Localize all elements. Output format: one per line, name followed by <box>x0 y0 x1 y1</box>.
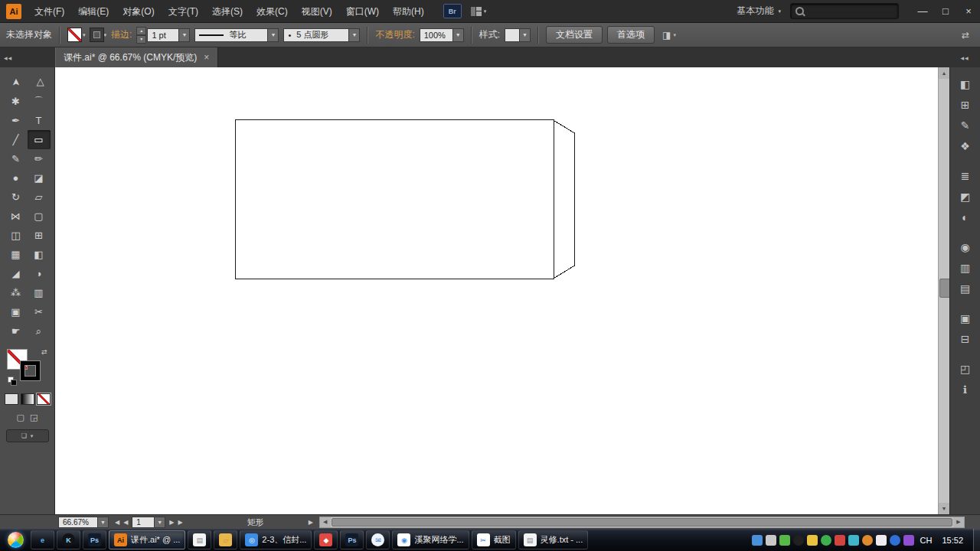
workspace-switcher[interactable]: 基本功能 ▾ <box>727 5 790 18</box>
style-swatch[interactable] <box>505 28 520 42</box>
width-profile-dropdown[interactable]: 等比 ▼ <box>194 28 279 42</box>
color-button[interactable] <box>5 393 18 405</box>
preferences-button[interactable]: 首选项 <box>607 26 655 44</box>
menu-edit[interactable]: 编辑(E) <box>71 0 116 23</box>
arrange-documents-button[interactable]: ▾ <box>471 7 487 16</box>
lasso-tool[interactable]: ⌒ <box>28 92 51 111</box>
artboard-number-combo[interactable]: 1 ▼ <box>132 517 165 528</box>
layers-panel-icon[interactable]: ▤ <box>954 279 977 298</box>
mesh-tool[interactable]: ▦ <box>5 245 28 264</box>
previous-artboard-button[interactable]: ◀ <box>123 519 128 526</box>
control-panel-menu-icon[interactable]: ⇄ <box>957 30 974 41</box>
tray-icon-8[interactable] <box>848 535 859 546</box>
paintbrush-tool[interactable]: ✎ <box>5 149 28 168</box>
zoom-dropdown-button[interactable]: ▼ <box>98 517 109 528</box>
shape-builder-tool[interactable]: ◫ <box>5 226 28 245</box>
width-profile-value[interactable]: 等比 <box>194 28 268 42</box>
scale-tool[interactable]: ▱ <box>28 187 51 207</box>
tab-close-icon[interactable]: × <box>204 52 209 63</box>
taskbar-explorer[interactable]: ▱ <box>214 530 237 549</box>
search-input[interactable] <box>808 6 893 17</box>
draw-normal-icon[interactable]: ▢ <box>17 412 24 422</box>
gradient-tool[interactable]: ◧ <box>28 245 51 264</box>
zoom-tool[interactable]: ⌕ <box>28 321 51 341</box>
spin-down-icon[interactable]: ▾ <box>136 35 146 44</box>
taskbar-illustrator[interactable]: Ai 课件.ai* @ ... <box>109 530 185 549</box>
stroke-weight-stepper[interactable]: ▴ ▾ <box>136 27 146 44</box>
column-graph-tool[interactable]: ▥ <box>28 283 51 302</box>
dock-collapse-icon[interactable]: ◀◀ <box>949 47 980 67</box>
brushes-panel-icon[interactable]: ✎ <box>954 116 977 135</box>
tray-icon-2[interactable] <box>766 535 776 546</box>
vertical-scrollbar[interactable]: ▲ ▼ <box>938 67 949 514</box>
tray-icon-9[interactable] <box>862 535 873 546</box>
pathfinder-panel-icon[interactable]: ◰ <box>954 359 977 378</box>
taskbar-clock[interactable]: 15:52 <box>938 536 970 545</box>
start-button[interactable] <box>2 530 28 550</box>
graphic-styles-panel-icon[interactable]: ▥ <box>954 258 977 277</box>
minimize-button[interactable]: — <box>911 0 934 22</box>
info-panel-icon[interactable]: ℹ <box>954 380 977 399</box>
pen-tool[interactable]: ✒ <box>5 111 28 130</box>
menu-window[interactable]: 窗口(W) <box>339 0 386 23</box>
menu-file[interactable]: 文件(F) <box>28 0 71 23</box>
tray-icon-5[interactable] <box>807 535 818 546</box>
align-panel-icon[interactable]: ⊟ <box>954 329 977 348</box>
document-tab[interactable]: 课件.ai* @ 66.67% (CMYK/预览) × <box>55 47 218 67</box>
artboard-number-dropdown-button[interactable]: ▼ <box>155 517 165 528</box>
close-button[interactable]: × <box>957 0 980 22</box>
menu-view[interactable]: 视图(V) <box>295 0 339 23</box>
perspective-grid-tool[interactable]: ⊞ <box>28 226 51 245</box>
vertical-scrollbar-thumb[interactable] <box>939 279 949 298</box>
blob-brush-tool[interactable]: ● <box>5 168 28 187</box>
next-artboard-button[interactable]: ▶ <box>169 519 174 526</box>
taskbar-photoshop-2[interactable]: Ps <box>340 530 364 549</box>
slice-tool[interactable]: ✂ <box>28 302 51 321</box>
envelope-flap-shape[interactable] <box>554 121 575 279</box>
eraser-tool[interactable]: ◪ <box>28 168 51 187</box>
horizontal-scrollbar-thumb[interactable] <box>332 518 952 527</box>
tray-icon-1[interactable] <box>752 535 763 546</box>
width-profile-dropdown-button[interactable]: ▼ <box>268 28 279 42</box>
rectangle-tool[interactable]: ▭ <box>28 130 51 149</box>
fill-color-dropdown[interactable]: ▾ <box>67 28 86 42</box>
taskbar-lingxiu-txt[interactable]: ▤ 灵修.txt - ... <box>518 530 589 549</box>
language-indicator[interactable]: CH <box>917 536 936 545</box>
stroke-weight-link[interactable]: 描边: <box>111 28 132 41</box>
style-dropdown[interactable]: ▼ <box>505 28 531 42</box>
opacity-value[interactable]: 100% <box>420 28 453 42</box>
scroll-up-icon[interactable]: ▲ <box>939 67 949 79</box>
symbol-sprayer-tool[interactable]: ⁂ <box>5 283 28 302</box>
stroke-swatch[interactable] <box>21 361 40 380</box>
menu-type[interactable]: 文字(T) <box>162 0 205 23</box>
taskbar-thunderbird[interactable]: ✉ <box>366 530 390 549</box>
rotate-tool[interactable]: ↻ <box>5 187 28 207</box>
artboards-panel-icon[interactable]: ▣ <box>954 308 977 328</box>
default-fill-stroke-icon[interactable] <box>8 377 16 385</box>
tray-icon-10[interactable] <box>876 535 887 546</box>
tray-icon-4[interactable] <box>793 535 804 546</box>
taskbar-xiju-network[interactable]: ◉ 溪聚网络学... <box>392 530 469 549</box>
menu-object[interactable]: 对象(O) <box>116 0 161 23</box>
envelope-artwork[interactable] <box>55 67 938 514</box>
stroke-weight-dropdown-button[interactable]: ▼ <box>179 28 190 42</box>
select-similar-button[interactable]: ◨ ▾ <box>662 30 676 41</box>
style-dropdown-button[interactable]: ▼ <box>520 28 531 42</box>
taskbar-doc-envelope[interactable]: ◎ 2-3、信封... <box>240 530 312 549</box>
first-artboard-button[interactable]: ◀ <box>115 519 119 526</box>
taskbar-red-app[interactable]: ◆ <box>314 530 338 549</box>
blend-tool[interactable]: ◑ <box>28 264 51 283</box>
canvas[interactable]: ▲ ▼ <box>55 67 949 514</box>
stroke-weight-value[interactable]: 1 pt <box>147 28 179 42</box>
magic-wand-tool[interactable]: ✱ <box>5 92 28 111</box>
swap-fill-stroke-icon[interactable]: ⇄ <box>41 348 47 356</box>
swatches-panel-icon[interactable]: ⊞ <box>954 95 977 114</box>
brush-definition-dropdown-button[interactable]: ▼ <box>349 28 360 42</box>
eyedropper-tool[interactable]: ◢ <box>5 264 28 283</box>
none-button[interactable] <box>37 393 51 405</box>
taskbar-k-app[interactable]: K <box>57 530 80 549</box>
selection-tool[interactable]: ➤ <box>5 73 28 92</box>
brush-definition-value[interactable]: • 5 点圆形 <box>283 28 349 42</box>
brush-definition-dropdown[interactable]: • 5 点圆形 ▼ <box>283 28 360 42</box>
stroke-color-dropdown[interactable]: ▾ <box>90 28 107 41</box>
